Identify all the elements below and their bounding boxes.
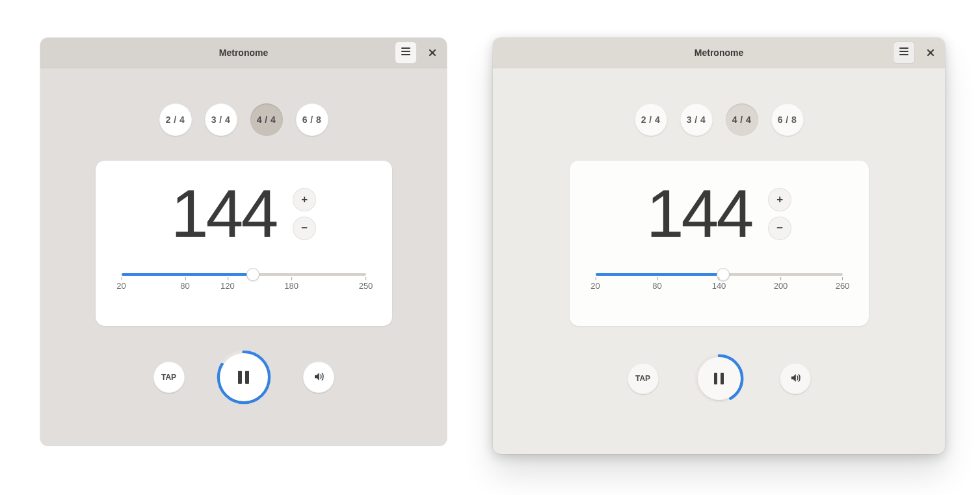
close-icon — [429, 47, 436, 59]
slider-thumb[interactable] — [246, 268, 259, 281]
play-pause-button[interactable] — [698, 357, 741, 400]
bpm-value: 144 — [646, 175, 752, 252]
slider-tick: 200 — [774, 281, 788, 291]
tap-label: TAP — [635, 374, 650, 383]
slider-tick: 20 — [116, 281, 126, 291]
time-sig-4-4[interactable]: 4 / 4 — [250, 103, 283, 136]
bpm-slider[interactable]: 2080120180250 — [122, 267, 366, 299]
plus-icon: + — [776, 193, 783, 206]
time-sig-3-4[interactable]: 3 / 4 — [680, 103, 713, 136]
volume-icon — [313, 371, 324, 384]
hamburger-icon — [899, 47, 909, 59]
slider-tick: 80 — [652, 281, 661, 291]
pause-icon — [238, 371, 249, 384]
bpm-increase-button[interactable]: + — [293, 188, 316, 211]
plus-icon: + — [301, 193, 308, 206]
time-sig-4-4[interactable]: 4 / 4 — [726, 103, 758, 136]
slider-tick: 260 — [836, 281, 850, 291]
time-sig-6-8[interactable]: 6 / 8 — [771, 103, 804, 136]
header-bar: Metronome — [493, 38, 945, 68]
tap-label: TAP — [161, 373, 176, 382]
play-pause-button[interactable] — [220, 353, 268, 401]
window-title: Metronome — [40, 47, 447, 58]
tap-tempo-button[interactable]: TAP — [628, 363, 659, 394]
app-menu-button[interactable] — [395, 42, 417, 64]
time-signature-row: 2 / 4 3 / 4 4 / 4 6 / 8 — [40, 103, 447, 136]
bpm-card: 144 + − 2080120180250 — [96, 161, 392, 326]
bpm-increase-button[interactable]: + — [768, 188, 791, 211]
slider-tick: 140 — [712, 281, 726, 291]
close-icon — [927, 47, 934, 59]
time-signature-row: 2 / 4 3 / 4 4 / 4 6 / 8 — [493, 103, 945, 136]
hamburger-icon — [401, 47, 411, 59]
time-sig-2-4[interactable]: 2 / 4 — [159, 103, 192, 136]
minus-icon: − — [301, 222, 308, 235]
slider-tick: 250 — [359, 281, 373, 291]
time-sig-3-4[interactable]: 3 / 4 — [205, 103, 237, 136]
bpm-slider[interactable]: 2080140200260 — [596, 267, 843, 299]
bpm-decrease-button[interactable]: − — [293, 217, 316, 240]
close-button[interactable] — [423, 44, 442, 62]
volume-button[interactable] — [303, 362, 334, 393]
volume-icon — [789, 372, 801, 386]
metronome-window: Metronome 2 / 4 3 / 4 4 / 4 6 — [493, 38, 945, 454]
slider-tick: 120 — [220, 281, 235, 291]
time-sig-2-4[interactable]: 2 / 4 — [635, 103, 667, 136]
tap-tempo-button[interactable]: TAP — [153, 362, 185, 393]
close-button[interactable] — [921, 44, 940, 62]
play-pause-wrap — [216, 349, 272, 405]
window-title: Metronome — [493, 47, 945, 58]
app-menu-button[interactable] — [893, 42, 915, 64]
slider-tick: 80 — [180, 281, 189, 291]
metronome-window: Metronome 2 / 4 3 / 4 4 / 4 6 — [40, 38, 447, 446]
volume-button[interactable] — [780, 363, 811, 394]
bpm-value: 144 — [171, 175, 276, 252]
bpm-decrease-button[interactable]: − — [768, 217, 791, 240]
play-pause-wrap — [694, 353, 745, 404]
slider-tick: 180 — [284, 281, 298, 291]
bpm-card: 144 + − 2080140200260 — [570, 161, 869, 326]
header-bar: Metronome — [40, 38, 447, 68]
pause-icon — [714, 373, 724, 384]
minus-icon: − — [776, 222, 783, 235]
time-sig-6-8[interactable]: 6 / 8 — [296, 103, 328, 136]
slider-tick: 20 — [590, 281, 600, 291]
